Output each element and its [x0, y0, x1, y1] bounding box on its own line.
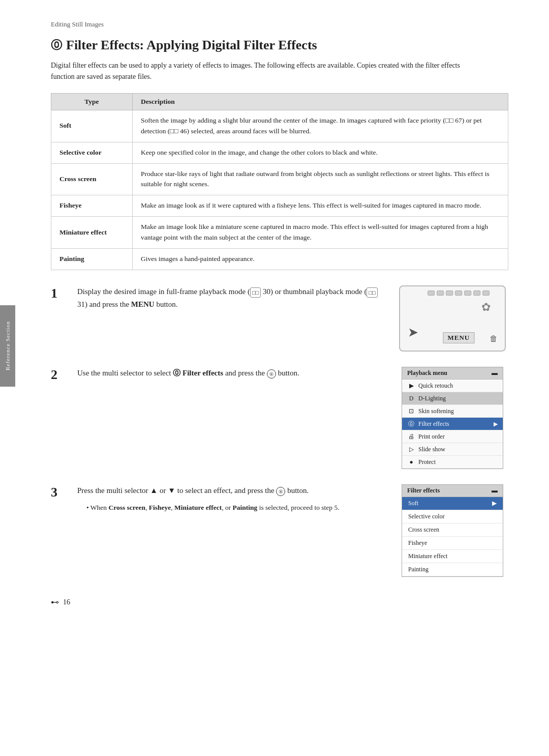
table-cell-type-2: Cross screen: [51, 163, 133, 195]
table-cell-type-4: Miniature effect: [51, 217, 133, 249]
cam-btn-5: [464, 290, 471, 296]
dlighting-label: D-Lighting: [418, 395, 446, 402]
camera-illustration: ✿ ➤ MENU 🗑: [399, 285, 506, 352]
skin-softening-icon: ⊡: [407, 407, 415, 415]
quick-retouch-icon: ▶: [407, 382, 415, 390]
table-header-row: Type Description: [51, 93, 508, 110]
filter-selective-color-label: Selective color: [408, 513, 445, 520]
filter-fisheye-label: Fisheye: [408, 539, 427, 546]
step-2-image: Playback menu ▬ ▶ Quick retouch D D-Ligh…: [396, 367, 508, 469]
playback-menu-title: Playback menu: [407, 369, 447, 377]
page-container: Reference Section Editing Still Images ⓪…: [0, 0, 549, 627]
filter-painting-label: Painting: [408, 566, 429, 573]
cam-btn-3: [446, 290, 453, 296]
cam-btn-2: [437, 290, 444, 296]
table-cell-desc-2: Produce star-like rays of light that rad…: [133, 163, 508, 195]
menu-item-quick-retouch[interactable]: ▶ Quick retouch: [402, 380, 503, 392]
playback-menu-screenshot: Playback menu ▬ ▶ Quick retouch D D-Ligh…: [402, 367, 503, 469]
filter-miniature-label: Miniature effect: [408, 553, 447, 560]
step-3-text: Press the multi selector ▲ or ▼ to selec…: [77, 484, 386, 497]
table-cell-type-1: Selective color: [51, 142, 133, 163]
filter-effects-icon: ⓪: [51, 38, 62, 53]
step-3-content: Press the multi selector ▲ or ▼ to selec…: [77, 484, 386, 513]
menu-item-print-order[interactable]: 🖨 Print order: [402, 430, 503, 443]
step-3-number: 3: [51, 484, 67, 500]
filter-effects-screenshot: Filter effects ▬ Soft ▶ Selective color …: [402, 484, 503, 577]
step-1: 1 Display the desired image in full-fram…: [51, 285, 508, 352]
filter-battery-icon: ▬: [492, 487, 498, 495]
sidebar-label: Reference Section: [5, 321, 11, 370]
filter-title: Filter effects: [407, 487, 440, 495]
step-3-image: Filter effects ▬ Soft ▶ Selective color …: [396, 484, 508, 577]
cam-btn-4: [455, 290, 462, 296]
camera-top-buttons: [428, 290, 490, 296]
footer: ⊷ 16: [51, 597, 508, 607]
filter-title-bar: Filter effects ▬: [402, 485, 503, 497]
filter-item-selective-color[interactable]: Selective color: [402, 510, 503, 524]
cam-btn-1: [428, 290, 435, 296]
step-3-sub-bullets: When Cross screen, Fisheye, Miniature ef…: [86, 502, 386, 513]
protect-icon: ●: [407, 458, 415, 466]
step-1-number: 1: [51, 285, 67, 301]
table-cell-desc-3: Make an image look as if it were capture…: [133, 195, 508, 217]
skin-softening-label: Skin softening: [418, 408, 454, 415]
print-order-icon: 🖨: [407, 432, 415, 441]
menu-item-protect[interactable]: ● Protect: [402, 456, 503, 469]
table-cell-type-5: Painting: [51, 249, 133, 270]
menu-item-filter-effects[interactable]: ⓪ Filter effects ▶: [402, 418, 503, 430]
page-title: ⓪ Filter Effects: Applying Digital Filte…: [51, 38, 508, 53]
table-header-description: Description: [133, 93, 508, 110]
footer-icon: ⊷: [51, 597, 59, 607]
trash-icon: 🗑: [490, 334, 498, 343]
table-row: FisheyeMake an image look as if it were …: [51, 195, 508, 217]
filter-item-painting[interactable]: Painting: [402, 563, 503, 576]
table-row: PaintingGives images a hand-painted appe…: [51, 249, 508, 270]
protect-label: Protect: [418, 458, 436, 466]
step-1-text: Display the desired image in full-frame …: [77, 285, 386, 311]
print-order-label: Print order: [418, 433, 445, 441]
slide-show-icon: ▷: [407, 445, 415, 453]
filter-soft-arrow: ▶: [492, 500, 497, 507]
step-3: 3 Press the multi selector ▲ or ▼ to sel…: [51, 484, 508, 577]
filter-item-soft[interactable]: Soft ▶: [402, 497, 503, 510]
step-1-content: Display the desired image in full-frame …: [77, 285, 386, 311]
filter-effects-menu-icon: ⓪: [407, 420, 415, 428]
table-cell-type-0: Soft: [51, 110, 133, 142]
breadcrumb: Editing Still Images: [51, 20, 508, 28]
filter-table: Type Description SoftSoften the image by…: [51, 93, 508, 270]
sub-bullet-1: When Cross screen, Fisheye, Miniature ef…: [86, 502, 386, 513]
table-cell-desc-1: Keep one specified color in the image, a…: [133, 142, 508, 163]
intro-text: Digital filter effects can be used to ap…: [51, 60, 468, 83]
filter-item-cross-screen[interactable]: Cross screen: [402, 524, 503, 537]
table-cell-desc-0: Soften the image by adding a slight blur…: [133, 110, 508, 142]
table-cell-desc-5: Gives images a hand-painted appearance.: [133, 249, 508, 270]
table-row: Cross screenProduce star-like rays of li…: [51, 163, 508, 195]
slide-show-label: Slide show: [418, 446, 445, 453]
menu-item-slide-show[interactable]: ▷ Slide show: [402, 443, 503, 456]
quick-retouch-label: Quick retouch: [418, 382, 453, 390]
filter-soft-label: Soft: [408, 500, 418, 507]
table-row: Miniature effectMake an image look like …: [51, 217, 508, 249]
filter-item-fisheye[interactable]: Fisheye: [402, 537, 503, 550]
dlighting-icon: D: [407, 394, 415, 402]
step-2-content: Use the multi selector to select ⓪ Filte…: [77, 367, 386, 380]
menu-item-dlighting[interactable]: D D-Lighting: [402, 392, 503, 405]
menu-button-label: MENU: [443, 332, 474, 343]
table-cell-desc-4: Make an image look like a miniature scen…: [133, 217, 508, 249]
playback-menu-title-bar: Playback menu ▬: [402, 367, 503, 380]
table-row: Selective colorKeep one specified color …: [51, 142, 508, 163]
sidebar-tab: Reference Section: [0, 305, 15, 387]
table-row: SoftSoften the image by adding a slight …: [51, 110, 508, 142]
step-2-number: 2: [51, 367, 67, 383]
filter-effects-arrow: ▶: [494, 421, 498, 427]
table-header-type: Type: [51, 93, 133, 110]
menu-battery-icon: ▬: [492, 369, 498, 377]
step-1-image: ✿ ➤ MENU 🗑: [396, 285, 508, 352]
menu-item-skin-softening[interactable]: ⊡ Skin softening: [402, 405, 503, 418]
steps-container: 1 Display the desired image in full-fram…: [51, 285, 508, 577]
arrow-icon: ➤: [408, 326, 417, 339]
filter-item-miniature-effect[interactable]: Miniature effect: [402, 550, 503, 563]
step-2-text: Use the multi selector to select ⓪ Filte…: [77, 367, 386, 380]
filter-effects-menu-label: Filter effects: [418, 420, 449, 428]
flower-icon: ✿: [481, 301, 491, 314]
